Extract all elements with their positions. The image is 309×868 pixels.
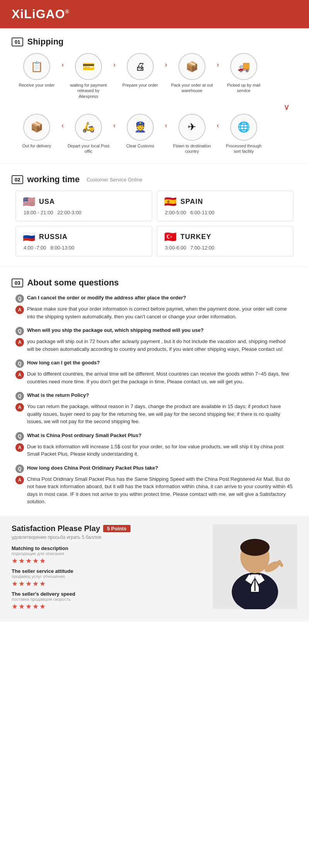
satisfaction-right xyxy=(212,524,297,614)
working-time-title: 02 working time Customer Service Online xyxy=(12,174,297,185)
faq-q-text-5: What is China Post ordinary Small Packet… xyxy=(27,432,141,439)
step-icon-sort: 🌐 xyxy=(230,114,257,141)
faq-a-1: A Please make sure that your order infor… xyxy=(15,305,294,320)
faq-q-1: Q Can I cancel the order or modify the a… xyxy=(15,294,294,303)
country-name-row-russia: 🇷🇺 RUSSIA xyxy=(23,232,145,242)
faq-q-text-2: When will you ship the package out, whic… xyxy=(27,326,204,334)
country-card-usa: 🇺🇸 USA 18:00 - 21:00 22:00-3:00 xyxy=(15,191,152,221)
rating-stars-1: ★★★★★ xyxy=(12,557,205,565)
satisfaction-title: Satisfaction Please Play 5 Points xyxy=(12,524,205,533)
faq-q-badge-5: Q xyxy=(15,432,24,441)
arrow-2: › xyxy=(110,61,119,69)
rating-label-2: The seller service attitude xyxy=(12,568,205,574)
flag-russia: 🇷🇺 xyxy=(23,232,35,242)
step-label-depart: Depart your local Post offic xyxy=(67,143,110,154)
step-icon-flown: ✈ xyxy=(178,114,205,141)
satisfaction-subtitle: удовлетворение просьба играть 5 баллов xyxy=(12,535,205,540)
country-name-russia: RUSSIA xyxy=(39,233,68,241)
svg-point-6 xyxy=(240,539,270,556)
rating-item-2: The seller service attitude продавец усл… xyxy=(12,568,205,588)
header: XiLiGAO® xyxy=(0,0,309,28)
step-pickup-mail: 🚚 Picked up by mail service xyxy=(222,53,265,94)
faq-a-badge-6: A xyxy=(15,476,24,484)
rating-sublabel-1: подходящие для описания xyxy=(12,551,205,556)
faq-q-6: Q How long does China Post Oridinary Pac… xyxy=(15,464,294,473)
faq-item-2: Q When will you ship the package out, wh… xyxy=(12,326,297,353)
satisfaction-badge: 5 Points xyxy=(103,525,131,532)
faq-q-text-1: Can I cancel the order or modify the add… xyxy=(27,294,186,302)
person-illustration xyxy=(212,524,297,609)
shipping-section: 01 Shipping 📋 Receive your order › 💳 wai… xyxy=(0,28,309,161)
svg-rect-4 xyxy=(254,580,256,591)
arrow-8: ‹ xyxy=(213,121,222,130)
step-receive-order: 📋 Receive your order xyxy=(15,53,58,88)
step-icon-prepare: 🖨 xyxy=(127,53,154,80)
faq-q-4: Q What is the return Policy? xyxy=(15,391,294,400)
country-name-row-spain: 🇪🇸 SPAIN xyxy=(164,196,286,207)
faq-item-4: Q What is the return Policy? A You can r… xyxy=(12,391,297,425)
shipping-section-label: Shipping xyxy=(27,37,63,47)
rating-label-3: The seller's delivery speed xyxy=(12,591,205,597)
rating-item-1: Matching to description подходящие для о… xyxy=(12,545,205,565)
faq-a-3: A Due to different countries, the arriva… xyxy=(15,370,294,385)
faq-q-text-3: How long can I get the goods? xyxy=(27,359,100,367)
faq-q-text-6: How long does China Post Oridinary Packe… xyxy=(27,464,158,472)
arrow-5: ‹ xyxy=(58,121,67,130)
step-label-pickup: Picked up by mail service xyxy=(222,82,265,94)
step-icon-depart: 🛵 xyxy=(75,114,102,141)
country-card-russia: 🇷🇺 RUSSIA 4:00 -7:00 8:00-13:00 xyxy=(15,226,152,256)
country-card-spain: 🇪🇸 SPAIN 2:00-5:00 6:00-11:00 xyxy=(157,191,294,221)
arrow-down: ∨ xyxy=(12,102,297,112)
working-time-section: 02 working time Customer Service Online … xyxy=(0,166,309,264)
faq-a-2: A you package will ship out in 72 hours … xyxy=(15,338,294,353)
flag-usa: 🇺🇸 xyxy=(23,196,35,207)
logo: XiLiGAO® xyxy=(12,7,70,21)
step-label-pack: Pack your order at out warehouse xyxy=(171,82,213,94)
flag-spain: 🇪🇸 xyxy=(164,196,177,207)
rating-label-1: Matching to description xyxy=(12,545,205,551)
step-label-sort: Processed through sort facility xyxy=(222,143,265,154)
step-label-receive: Receive your order xyxy=(19,82,55,88)
faq-q-5: Q What is China Post ordinary Small Pack… xyxy=(15,432,294,441)
faq-q-badge-3: Q xyxy=(15,359,24,368)
country-name-usa: USA xyxy=(39,198,55,206)
step-waiting-payment: 💳 waiting for payment released by Aliexp… xyxy=(67,53,110,99)
step-label-flown: Flown to destination country xyxy=(171,143,213,154)
faq-a-badge-5: A xyxy=(15,443,24,452)
rating-stars-2: ★★★★★ xyxy=(12,579,205,588)
working-time-num: 02 xyxy=(12,175,23,184)
faq-q-badge-1: Q xyxy=(15,294,24,303)
rating-stars-3: ★★★★★ xyxy=(12,602,205,611)
faq-a-badge-1: A xyxy=(15,306,24,314)
faq-section-num: 03 xyxy=(12,279,23,287)
rating-sublabel-3: поставка продавцом скорость xyxy=(12,597,205,601)
step-prepare-order: 🖨 Prepare your order xyxy=(119,53,161,88)
step-icon-pack: 📦 xyxy=(178,53,205,80)
arrow-4: › xyxy=(213,61,222,69)
step-label-out-delivery: Out for delivery xyxy=(22,143,51,149)
faq-item-3: Q How long can I get the goods? A Due to… xyxy=(12,359,297,385)
faq-q-badge-4: Q xyxy=(15,392,24,400)
faq-item-5: Q What is China Post ordinary Small Pack… xyxy=(12,432,297,458)
shipping-row1: 📋 Receive your order › 💳 waiting for pay… xyxy=(12,53,297,99)
logo-reg: ® xyxy=(65,9,70,15)
faq-title: 03 About some questions xyxy=(12,278,297,288)
faq-a-5: A Due to track information will increase… xyxy=(15,443,294,458)
faq-section-label: About some questions xyxy=(27,278,119,288)
step-label-prepare: Prepare your order xyxy=(122,82,158,88)
country-name-turkey: TURKEY xyxy=(180,233,211,241)
shipping-section-num: 01 xyxy=(12,38,23,46)
faq-section: 03 About some questions Q Can I cancel t… xyxy=(0,269,309,516)
step-label-customs: Clear Customs xyxy=(126,143,154,149)
step-out-delivery: 📦 Out for delivery xyxy=(15,114,58,149)
logo-text: XiLiGAO xyxy=(12,7,65,21)
faq-q-badge-2: Q xyxy=(15,327,24,335)
rating-item-3: The seller's delivery speed поставка про… xyxy=(12,591,205,611)
faq-a-text-5: Due to track information will increase 1… xyxy=(27,443,294,458)
faq-a-badge-3: A xyxy=(15,371,24,379)
faq-q-badge-6: Q xyxy=(15,465,24,473)
flag-turkey: 🇹🇷 xyxy=(164,232,177,242)
step-clear-customs: 👮 Clear Customs xyxy=(119,114,161,149)
faq-item-6: Q How long does China Post Oridinary Pac… xyxy=(12,464,297,506)
step-icon-pickup: 🚚 xyxy=(230,53,257,80)
